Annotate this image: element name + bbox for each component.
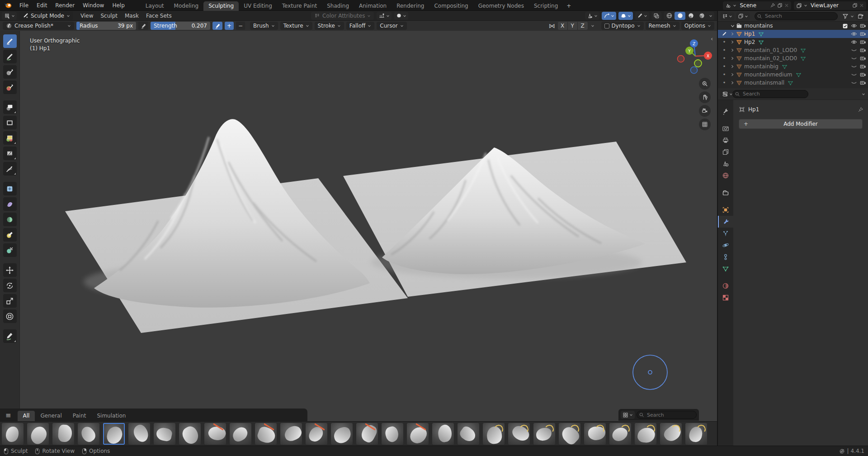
brush-thumbnail[interactable]: [280, 423, 302, 445]
menu-render[interactable]: Render: [51, 0, 79, 11]
menu-help[interactable]: Help: [108, 0, 128, 11]
checkbox-checked-icon[interactable]: [842, 23, 848, 29]
pan-hand-button[interactable]: [699, 91, 711, 103]
tool-color-filter-button[interactable]: [3, 213, 17, 226]
viewport[interactable]: User Orthographic (1) Hp1 Z Y X ‹: [0, 31, 717, 446]
viewport-menu-view[interactable]: View: [77, 11, 97, 21]
snap-toggle-dropdown[interactable]: [602, 12, 616, 20]
menu-file[interactable]: File: [15, 0, 33, 11]
falloff-dropdown[interactable]: [377, 12, 392, 20]
outliner-object-row[interactable]: •mountain_01_LOD0: [718, 46, 868, 54]
eye-closed-icon[interactable]: [851, 55, 857, 62]
outliner-object-row[interactable]: •mountainsmall: [718, 79, 868, 87]
shading-solid-button[interactable]: [675, 12, 685, 20]
navigation-gizmo[interactable]: Z Y X: [672, 33, 717, 79]
pin-icon[interactable]: [770, 3, 775, 8]
scene-selector[interactable]: Scene: [723, 1, 791, 10]
shading-dropdown[interactable]: [707, 12, 714, 20]
tool-line-project-button[interactable]: [3, 162, 17, 176]
tool-smooth-brush-button[interactable]: [3, 65, 17, 79]
eye-closed-icon[interactable]: [851, 71, 857, 78]
eye-open-icon[interactable]: [851, 39, 857, 45]
stroke-popover[interactable]: Stroke: [315, 22, 344, 30]
brush-thumbnail[interactable]: [331, 423, 353, 445]
properties-tab-material[interactable]: [718, 280, 733, 292]
workspace-tab-scripting[interactable]: Scripting: [529, 1, 563, 11]
cursor-popover[interactable]: Cursor: [377, 22, 406, 30]
brush-tip-dropdown[interactable]: [394, 12, 408, 20]
display-mode-dropdown[interactable]: [621, 411, 635, 419]
radius-slider[interactable]: Radius 39 px: [76, 22, 136, 30]
brush-thumbnail[interactable]: [27, 423, 49, 445]
tool-filter-brush-button[interactable]: [3, 81, 17, 94]
eye-closed-icon[interactable]: [851, 63, 857, 70]
brush-thumbnail[interactable]: [685, 423, 707, 445]
zoom-button[interactable]: [699, 78, 711, 90]
annotate-dropdown[interactable]: [635, 12, 649, 20]
camera-icon[interactable]: [860, 71, 866, 78]
duplicate-icon[interactable]: [852, 3, 858, 8]
brush-thumbnail[interactable]: [356, 423, 378, 445]
tool-box-trim-button[interactable]: [3, 147, 17, 160]
remesh-popover[interactable]: Remesh: [646, 22, 679, 30]
brush-thumbnail[interactable]: [432, 423, 454, 445]
brush-thumbnail[interactable]: [78, 423, 99, 445]
viewport-menu-sculpt[interactable]: Sculpt: [97, 11, 121, 21]
workspace-tab-layout[interactable]: Layout: [141, 1, 169, 11]
symmetry-z-toggle[interactable]: Z: [578, 22, 588, 30]
tool-box-mask-button[interactable]: [3, 100, 17, 114]
camera-view-button[interactable]: [699, 105, 711, 117]
workspace-tab-texture-paint[interactable]: Texture Paint: [277, 1, 322, 11]
menu-window[interactable]: Window: [79, 0, 108, 11]
properties-tab-tool[interactable]: [718, 105, 733, 117]
texture-popover[interactable]: Texture: [280, 22, 312, 30]
tool-box-hide-button[interactable]: [3, 116, 17, 129]
workspace-tab-compositing[interactable]: Compositing: [429, 1, 473, 11]
workspace-tab-modeling[interactable]: Modeling: [169, 1, 204, 11]
brush-thumbnail[interactable]: [255, 423, 277, 445]
disclosure-right-icon[interactable]: [729, 81, 736, 85]
radius-pressure-button[interactable]: [138, 22, 148, 30]
properties-tab-view-layer[interactable]: [718, 146, 733, 158]
properties-tab-object[interactable]: [718, 204, 733, 216]
editor-type-button[interactable]: [2, 12, 17, 20]
outliner-filter-dropdown[interactable]: [736, 12, 750, 20]
rotation-toggle-dropdown[interactable]: [618, 12, 633, 20]
disclosure-right-icon[interactable]: [729, 40, 736, 44]
eye-open-icon[interactable]: [851, 31, 857, 37]
camera-icon[interactable]: [860, 63, 866, 70]
brush-thumbnail[interactable]: [533, 423, 555, 445]
brush-preset-dropdown[interactable]: Crease Polish*: [3, 22, 74, 30]
properties-tab-texture[interactable]: [718, 292, 733, 304]
outliner-display-mode-dropdown[interactable]: [720, 12, 734, 20]
sidebar-collapse-chevron[interactable]: ‹: [711, 35, 713, 42]
strength-pressure-button[interactable]: [212, 22, 222, 30]
brush-thumbnail[interactable]: [2, 423, 24, 445]
workspace-tab-shading[interactable]: Shading: [322, 1, 354, 11]
properties-tab-output[interactable]: [718, 134, 733, 146]
tool-scale-button[interactable]: [3, 294, 17, 308]
outliner-collection-row[interactable]: mountains: [718, 22, 868, 30]
properties-tab-object-data[interactable]: [718, 263, 733, 275]
camera-icon[interactable]: [860, 31, 866, 37]
brush-thumbnail[interactable]: [483, 423, 505, 445]
filter-funnel-icon[interactable]: [842, 13, 849, 19]
workspace-tab-animation[interactable]: Animation: [354, 1, 392, 11]
dyntopo-checkbox[interactable]: [604, 24, 609, 28]
chevron-down-icon[interactable]: [862, 92, 865, 96]
viewlayer-selector[interactable]: ViewLayer: [794, 1, 866, 10]
brush-thumbnail[interactable]: [407, 423, 429, 445]
brush-popover[interactable]: Brush: [250, 22, 278, 30]
axis-neg-x-ball[interactable]: [678, 56, 684, 62]
brush-thumbnail[interactable]: [584, 423, 606, 445]
brush-thumbnail[interactable]: [559, 423, 580, 445]
workspace-tab-uv-editing[interactable]: UV Editing: [239, 1, 277, 11]
brush-thumbnail[interactable]: [230, 423, 251, 445]
tool-draw-brush-button[interactable]: [3, 34, 17, 48]
properties-tab-particles[interactable]: [718, 228, 733, 239]
tool-transform-button[interactable]: [3, 309, 17, 323]
brush-thumbnail[interactable]: [458, 423, 479, 445]
camera-icon[interactable]: [860, 39, 866, 45]
camera-icon[interactable]: [860, 23, 866, 29]
outliner-search-input[interactable]: [755, 12, 838, 20]
